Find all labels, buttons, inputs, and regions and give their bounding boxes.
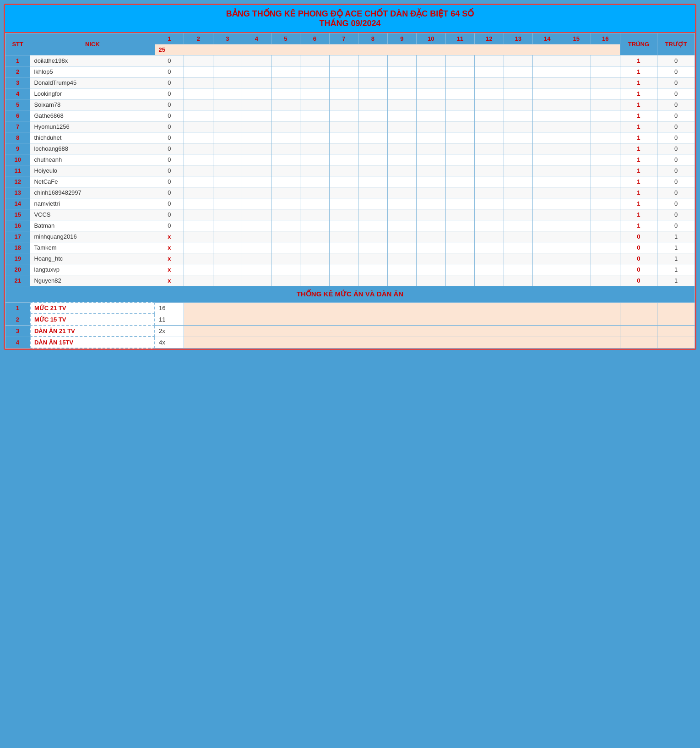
cell-nick: Hoang_htc [30,253,155,264]
cell-truot: 0 [657,220,695,231]
cell-col14 [533,143,562,154]
cell-col2 [184,253,213,264]
stats-trung-empty [620,337,657,348]
cell-trung: 0 [620,264,657,275]
cell-col16 [591,55,620,66]
col-header-8: 8 [358,33,388,44]
cell-col10 [417,143,446,154]
col-header-10: 10 [417,33,446,44]
cell-col12 [475,143,504,154]
cell-trung: 1 [620,77,657,88]
cell-stt: 21 [5,275,30,286]
cell-col12 [475,187,504,198]
cell-truot: 1 [657,275,695,286]
stats-label: DÀN ĂN 21 TV [30,325,155,337]
cell-truot: 0 [657,77,695,88]
cell-col1: x [155,242,184,253]
stats-stt: 2 [5,314,30,325]
cell-col5 [271,264,300,275]
cell-col1: 0 [155,187,184,198]
col-header-4: 4 [242,33,271,44]
cell-truot: 1 [657,264,695,275]
cell-col7 [329,110,358,121]
cell-col7 [329,132,358,143]
cell-col2 [184,275,213,286]
cell-nick: lkhlop5 [30,66,155,77]
cell-truot: 0 [657,132,695,143]
cell-col2 [184,121,213,132]
cell-col4 [242,198,271,209]
table-row: 15 VCCS 0 1 0 [5,209,695,220]
cell-trung: 1 [620,154,657,165]
cell-col2 [184,198,213,209]
cell-col2 [184,165,213,176]
cell-col1: 0 [155,176,184,187]
cell-trung: 1 [620,121,657,132]
col-header-15: 15 [562,33,591,44]
stats-stt: 4 [5,337,30,348]
cell-col14 [533,99,562,110]
cell-col3 [213,242,242,253]
cell-col3 [213,220,242,231]
cell-col15 [562,264,591,275]
cell-truot: 0 [657,88,695,99]
col-header-7: 7 [329,33,358,44]
cell-col6 [300,121,330,132]
stats-value: 11 [155,314,184,325]
cell-col11 [445,55,475,66]
cell-col5 [271,198,300,209]
stats-row: 2 MỨC 15 TV 11 [5,314,695,325]
stats-label: DÀN ĂN 15TV [30,337,155,348]
cell-col13 [504,110,533,121]
cell-col7 [329,187,358,198]
cell-col16 [591,143,620,154]
cell-col8 [358,121,388,132]
cell-col10 [417,99,446,110]
cell-col15 [562,198,591,209]
cell-col9 [387,198,417,209]
cell-col8 [358,99,388,110]
cell-col16 [591,187,620,198]
stats-title: THỐNG KÊ MỨC ĂN VÀ DÀN ĂN [5,286,695,303]
cell-col9 [387,176,417,187]
cell-col7 [329,143,358,154]
cell-col10 [417,187,446,198]
cell-col7 [329,77,358,88]
cell-nick: DonaldTrump45 [30,77,155,88]
cell-col6 [300,264,330,275]
stats-value: 2x [155,325,184,337]
cell-col3 [213,198,242,209]
cell-col8 [358,242,388,253]
cell-truot: 0 [657,176,695,187]
cell-trung: 0 [620,275,657,286]
cell-col7 [329,198,358,209]
cell-nick: namviettri [30,198,155,209]
cell-col3 [213,187,242,198]
cell-col2 [184,110,213,121]
cell-col13 [504,66,533,77]
cell-col13 [504,154,533,165]
table-row: 3 DonaldTrump45 0 1 0 [5,77,695,88]
table-row: 16 Batman 0 1 0 [5,220,695,231]
cell-col16 [591,275,620,286]
subheader-val: 25 [155,44,620,55]
cell-col13 [504,220,533,231]
column-header-row: STT NICK 1 2 3 4 5 6 7 8 9 10 11 12 13 1… [5,33,695,44]
cell-col8 [358,198,388,209]
cell-col15 [562,66,591,77]
cell-col11 [445,231,475,242]
cell-trung: 0 [620,253,657,264]
cell-nick: Lookingfor [30,88,155,99]
cell-col14 [533,275,562,286]
cell-col9 [387,154,417,165]
table-body: 1 doilathe198x 0 1 0 2 lkhlop5 0 1 0 3 D… [5,55,695,286]
cell-col14 [533,132,562,143]
cell-nick: Batman [30,220,155,231]
cell-col10 [417,110,446,121]
cell-truot: 0 [657,110,695,121]
cell-col4 [242,154,271,165]
cell-col10 [417,231,446,242]
cell-col16 [591,132,620,143]
cell-col1: 0 [155,110,184,121]
cell-col4 [242,220,271,231]
